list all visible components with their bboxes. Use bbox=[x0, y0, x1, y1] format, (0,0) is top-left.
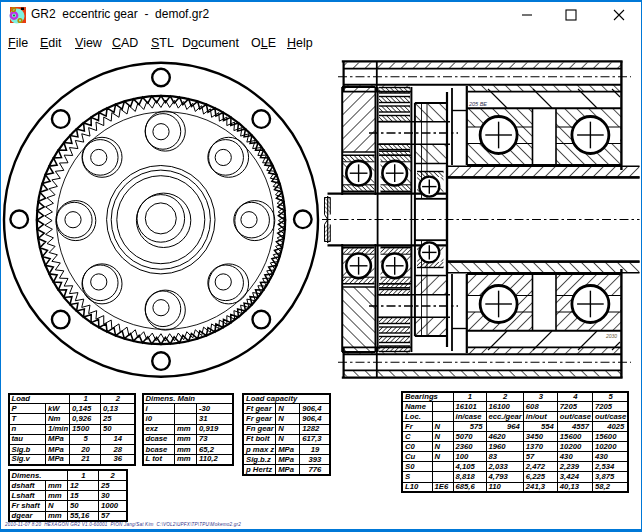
svg-text:2030: 2030 bbox=[605, 333, 617, 339]
svg-text:205 BE: 205 BE bbox=[468, 101, 487, 107]
